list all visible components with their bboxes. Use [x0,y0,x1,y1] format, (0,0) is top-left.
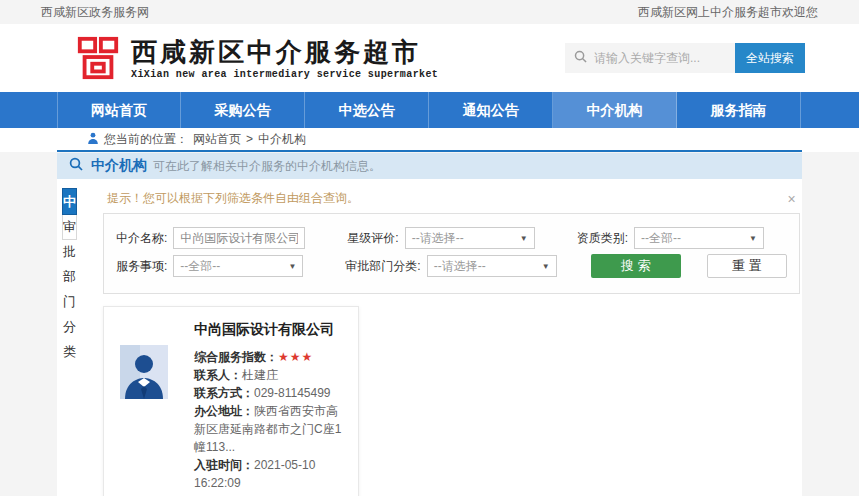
qualification-label: 资质类别: [577,230,628,247]
nav-item-guide[interactable]: 服务指南 [677,92,801,128]
star-rating-select[interactable]: --请选择-- ▼ [405,227,535,249]
agency-name-input[interactable] [173,227,305,249]
top-bar: 西咸新区政务服务网 西咸新区网上中介服务超市欢迎您 [0,0,859,24]
breadcrumb-prefix: 您当前的位置： [104,131,188,148]
contact-value: 杜建庄 [242,368,278,382]
service-item-select-value: --全部-- [180,258,220,275]
site-logo [75,35,121,81]
avatar [120,345,168,399]
chevron-down-icon: ▼ [288,262,296,271]
star-rating: ★★★ [278,350,313,364]
search-button[interactable]: 搜 索 [591,254,681,278]
chevron-down-icon: ▼ [749,234,757,243]
entry-date-label: 入驻时间： [194,458,254,472]
section-title: 中介机构 [91,157,147,175]
chevron-down-icon: ▼ [542,262,550,271]
sidebar-item-service-agencies[interactable]: 中介服务机构 [63,189,76,214]
breadcrumb: 您当前的位置： 网站首页 > 中介机构 [57,128,802,152]
service-item-select[interactable]: --全部-- ▼ [173,255,303,277]
filter-tip-text: 提示！您可以根据下列筛选条件自由组合查询。 [107,190,359,207]
header-search: 全站搜索 [565,43,805,73]
site-search-button[interactable]: 全站搜索 [735,43,805,73]
phone-value: 029-81145499 [254,386,331,400]
agency-name: 中尚国际设计有限公司 [194,321,344,339]
nav-item-notice[interactable]: 通知公告 [429,92,553,128]
section-search-icon [69,157,83,175]
site-title: 西咸新区中介服务超市 [131,37,438,67]
address-line: 办公地址：陕西省西安市高新区唐延南路都市之门C座1幢113... [194,402,344,456]
phone-line: 联系方式：029-81145499 [194,384,344,402]
search-box [565,43,735,73]
filter-row-2: 服务事项: --全部-- ▼ 审批部门分类: --请选择-- ▼ 搜 索 重 置 [116,254,787,278]
sidebar: 中介服务机构 审批部门分类 [62,188,77,240]
department-select[interactable]: --请选择-- ▼ [427,255,557,277]
reset-button[interactable]: 重 置 [707,254,787,278]
service-index-line: 综合服务指数：★★★ [194,348,344,366]
service-item-label: 服务事项: [116,258,167,275]
sidebar-item-approval-departments[interactable]: 审批部门分类 [63,214,76,239]
nav-item-home[interactable]: 网站首页 [57,92,181,128]
filter-row-1: 中介名称: 星级评价: --请选择-- ▼ 资质类别: --全部-- ▼ [116,227,787,249]
person-icon [87,132,99,147]
breadcrumb-current: 中介机构 [258,131,306,148]
results-list: 中尚国际设计有限公司 综合服务指数：★★★ 联系人：杜建庄 联系方式：029-8… [103,306,800,496]
department-label: 审批部门分类: [345,258,420,275]
site-subtitle: XiXian new area intermediary service sup… [131,69,438,80]
star-rating-select-value: --请选择-- [412,230,464,247]
filter-panel: 中介名称: 星级评价: --请选择-- ▼ 资质类别: --全部-- ▼ 服务事… [103,213,800,294]
department-select-value: --请选择-- [434,258,486,275]
topbar-left-link[interactable]: 西咸新区政务服务网 [41,4,149,21]
topbar-welcome-text: 西咸新区网上中介服务超市欢迎您 [638,4,818,21]
main-nav: 网站首页 采购公告 中选公告 通知公告 中介机构 服务指南 [0,92,859,128]
main-content: 中介服务机构 审批部门分类 提示！您可以根据下列筛选条件自由组合查询。 × 中介… [57,179,802,496]
site-title-block: 西咸新区中介服务超市 XiXian new area intermediary … [131,37,438,80]
star-rating-label: 星级评价: [347,230,398,247]
chevron-down-icon: ▼ [520,234,528,243]
agency-card-text: 中尚国际设计有限公司 综合服务指数：★★★ 联系人：杜建庄 联系方式：029-8… [194,321,344,492]
agency-card[interactable]: 中尚国际设计有限公司 综合服务指数：★★★ 联系人：杜建庄 联系方式：029-8… [103,306,359,496]
nav-item-selection[interactable]: 中选公告 [305,92,429,128]
right-column: 提示！您可以根据下列筛选条件自由组合查询。 × 中介名称: 星级评价: --请选… [103,188,800,496]
site-header: 西咸新区中介服务超市 XiXian new area intermediary … [0,24,859,92]
breadcrumb-separator: > [246,132,253,146]
phone-label: 联系方式： [194,386,254,400]
breadcrumb-home-link[interactable]: 网站首页 [193,131,241,148]
qualification-select-value: --全部-- [641,230,681,247]
nav-item-agencies[interactable]: 中介机构 [553,92,677,128]
search-input[interactable] [594,51,724,65]
close-icon[interactable]: × [788,192,796,206]
nav-item-procurement[interactable]: 采购公告 [181,92,305,128]
entry-date-line: 入驻时间：2021-05-10 16:22:09 [194,456,344,492]
service-index-label: 综合服务指数： [194,350,278,364]
search-icon [574,49,587,67]
section-header: 中介机构 可在此了解相关中介服务的中介机构信息。 [57,153,802,179]
contact-label: 联系人： [194,368,242,382]
qualification-select[interactable]: --全部-- ▼ [634,227,764,249]
agency-name-label: 中介名称: [116,230,167,247]
section-description: 可在此了解相关中介服务的中介机构信息。 [153,158,381,175]
seal-logo-icon [75,35,121,81]
address-label: 办公地址： [194,404,254,418]
breadcrumb-bar: 您当前的位置： 网站首页 > 中介机构 [0,128,859,152]
filter-tip-row: 提示！您可以根据下列筛选条件自由组合查询。 × [103,188,800,213]
contact-line: 联系人：杜建庄 [194,366,344,384]
